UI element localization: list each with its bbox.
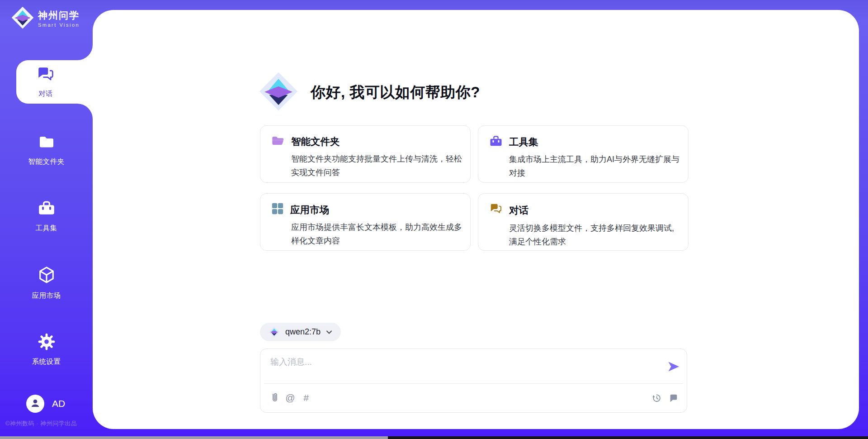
feature-cards: 智能文件夹 智能文件夹功能支持批量文件上传与清洗，轻松实现文件问答 工具集 [260, 125, 689, 251]
folder-open-icon [271, 134, 285, 148]
card-description: 灵活切换多模型文件，支持多样回复效果调试,满足个性化需求 [509, 221, 682, 248]
card-chat[interactable]: 对话 灵活切换多模型文件，支持多样回复效果调试,满足个性化需求 [478, 193, 689, 251]
card-description: 集成市场上主流工具，助力AI与外界无缝扩展与对接 [509, 153, 682, 180]
sidebar-item-settings[interactable]: 系统设置 [0, 332, 93, 367]
card-title: 应用市场 [290, 203, 329, 216]
copyright-footer: ©神州数码 · 神州问学出品 [5, 420, 77, 428]
card-smart-folder[interactable]: 智能文件夹 智能文件夹功能支持批量文件上传与清洗，轻松实现文件问答 [260, 125, 471, 183]
brand-diamond-icon [11, 6, 34, 31]
greeting-title: 你好, 我可以如何帮助你? [311, 82, 480, 103]
card-title: 工具集 [509, 135, 538, 148]
chat-filled-icon[interactable] [668, 392, 679, 404]
sidebar-item-label: 工具集 [36, 224, 57, 233]
chat-bubbles-icon [489, 202, 503, 218]
gear-icon [37, 332, 56, 353]
brand-diamond-icon [269, 326, 280, 338]
person-icon [30, 398, 40, 410]
card-title: 对话 [509, 204, 528, 217]
composer-toolbar: @ # [269, 387, 679, 409]
message-composer: @ # [260, 348, 687, 413]
sidebar-item-app-market[interactable]: 应用市场 [0, 265, 93, 301]
model-name: qwen2:7b [285, 327, 321, 337]
folder-icon [38, 133, 56, 153]
composer-divider [264, 383, 683, 384]
sidebar-item-label: 系统设置 [32, 357, 61, 367]
brand-logo: 神州问学 Smart Vision [11, 6, 80, 31]
scrollbar-thumb[interactable] [0, 436, 388, 439]
hash-icon[interactable]: # [300, 392, 312, 404]
brand-name: 神州问学 [38, 10, 80, 21]
sidebar-item-label: 应用市场 [32, 291, 61, 301]
card-app-market[interactable]: 应用市场 应用市场提供丰富长文本模板，助力高效生成多样化文章内容 [260, 193, 471, 251]
brand-diamond-icon [258, 71, 299, 114]
sidebar-item-toolbox[interactable]: 工具集 [0, 199, 93, 233]
user-name: AD [52, 398, 65, 409]
card-toolbox[interactable]: 工具集 集成市场上主流工具，助力AI与外界无缝扩展与对接 [478, 125, 689, 183]
sidebar-item-label: 对话 [39, 89, 53, 99]
send-icon[interactable] [667, 360, 680, 373]
app-window: 神州问学 Smart Vision 对话 [0, 0, 868, 439]
card-title: 智能文件夹 [291, 135, 340, 148]
sidebar-item-label: 智能文件夹 [28, 157, 65, 167]
tab-fillet-top [77, 45, 93, 60]
grid-icon [271, 202, 284, 217]
cube-icon [37, 265, 57, 287]
brand-subtitle: Smart Vision [38, 22, 80, 28]
greeting-block: 你好, 我可以如何帮助你? [258, 71, 480, 114]
user-account[interactable]: AD [26, 395, 65, 413]
avatar [26, 395, 44, 413]
paperclip-icon[interactable] [269, 392, 280, 404]
message-input[interactable] [269, 355, 660, 382]
sidebar-item-chat[interactable]: 对话 [16, 60, 93, 104]
history-icon[interactable] [651, 392, 662, 404]
main-panel: 你好, 我可以如何帮助你? 智能文件夹 智能文件夹功能支持批量文件 [93, 10, 859, 429]
model-selector[interactable]: qwen2:7b [260, 323, 341, 341]
horizontal-scrollbar[interactable] [0, 436, 868, 439]
sidebar: 神州问学 Smart Vision 对话 [0, 0, 93, 439]
at-icon[interactable]: @ [284, 392, 296, 404]
toolbox-icon [37, 199, 56, 220]
card-description: 应用市场提供丰富长文本模板，助力高效生成多样化文章内容 [291, 220, 464, 248]
toolbox-icon [489, 134, 503, 149]
card-description: 智能文件夹功能支持批量文件上传与清洗，轻松实现文件问答 [291, 152, 464, 179]
sidebar-item-smart-folder[interactable]: 智能文件夹 [0, 133, 93, 167]
chevron-down-icon [326, 330, 332, 334]
tab-fillet-bottom [77, 104, 93, 119]
chat-bubbles-icon [36, 65, 55, 86]
